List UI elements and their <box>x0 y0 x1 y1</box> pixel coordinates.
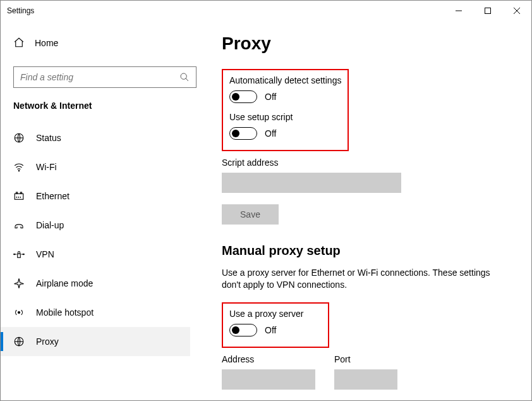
port-label: Port <box>334 354 397 364</box>
main-content: Proxy Automatically detect settings Off … <box>203 21 531 400</box>
svg-rect-1 <box>485 8 491 14</box>
auto-detect-toggle[interactable] <box>229 90 257 103</box>
nav-item-proxy[interactable]: Proxy <box>1 327 190 356</box>
svg-line-5 <box>186 78 188 81</box>
highlight-box-proxy: Use a proxy server Off <box>222 302 329 348</box>
script-address-input[interactable] <box>222 173 401 193</box>
minimize-button[interactable] <box>444 1 473 21</box>
search-icon <box>179 72 190 85</box>
svg-rect-9 <box>15 194 23 199</box>
proxy-icon <box>13 336 25 347</box>
nav-label: Status <box>36 133 61 143</box>
use-script-toggle[interactable] <box>229 127 257 140</box>
svg-point-4 <box>181 73 186 79</box>
home-icon <box>13 37 25 50</box>
nav-label: Proxy <box>36 336 59 347</box>
search-input[interactable] <box>20 72 174 82</box>
highlight-box-auto: Automatically detect settings Off Use se… <box>222 69 349 151</box>
svg-point-16 <box>14 254 15 255</box>
nav-item-wifi[interactable]: Wi-Fi <box>1 152 190 182</box>
home-link[interactable]: Home <box>13 32 190 54</box>
nav-item-airplane[interactable]: Airplane mode <box>1 269 190 298</box>
vpn-icon <box>13 249 25 260</box>
maximize-button[interactable] <box>473 1 502 21</box>
nav-label: Wi-Fi <box>36 162 57 172</box>
use-script-label: Use setup script <box>229 112 341 122</box>
sidebar: Home Network & Internet Status Wi-Fi <box>1 21 203 400</box>
nav-item-vpn[interactable]: VPN <box>1 240 190 269</box>
address-label: Address <box>222 354 315 364</box>
nav-label: Dial-up <box>36 220 64 230</box>
use-proxy-toggle[interactable] <box>229 324 257 336</box>
svg-point-18 <box>18 312 20 314</box>
svg-point-8 <box>18 170 20 171</box>
dialup-icon <box>13 219 25 231</box>
nav-item-dialup[interactable]: Dial-up <box>1 211 190 240</box>
use-script-state: Off <box>265 128 276 139</box>
nav-item-ethernet[interactable]: Ethernet <box>1 182 190 211</box>
ethernet-icon <box>13 190 25 202</box>
port-input[interactable] <box>334 369 397 390</box>
manual-help-text: Use a proxy server for Ethernet or Wi-Fi… <box>222 267 500 291</box>
svg-point-17 <box>23 254 25 255</box>
svg-rect-10 <box>16 192 18 194</box>
script-address-label: Script address <box>222 157 506 168</box>
address-input[interactable] <box>222 369 315 390</box>
close-button[interactable] <box>502 1 531 21</box>
nav-label: Airplane mode <box>36 278 93 288</box>
nav-label: VPN <box>36 249 54 259</box>
window-controls <box>444 1 531 21</box>
use-proxy-label: Use a proxy server <box>229 309 322 319</box>
titlebar: Settings <box>1 1 531 21</box>
svg-rect-15 <box>18 254 21 257</box>
wifi-icon <box>13 161 25 173</box>
auto-detect-label: Automatically detect settings <box>229 75 341 85</box>
home-label: Home <box>35 38 58 48</box>
nav-label: Ethernet <box>36 191 70 201</box>
hotspot-icon <box>13 307 25 318</box>
nav-list: Status Wi-Fi Ethernet Dial-up VPN <box>1 123 190 356</box>
nav-label: Mobile hotspot <box>36 307 94 318</box>
auto-detect-state: Off <box>265 92 276 102</box>
category-title: Network & Internet <box>13 101 190 111</box>
svg-rect-11 <box>20 192 21 194</box>
status-icon <box>13 132 25 144</box>
use-proxy-state: Off <box>265 325 276 335</box>
save-button[interactable]: Save <box>222 204 279 225</box>
manual-heading: Manual proxy setup <box>222 244 506 258</box>
airplane-icon <box>13 278 25 289</box>
window-title: Settings <box>7 6 34 15</box>
nav-item-hotspot[interactable]: Mobile hotspot <box>1 298 190 327</box>
nav-item-status[interactable]: Status <box>1 123 190 152</box>
search-box[interactable] <box>13 66 196 88</box>
page-title: Proxy <box>222 34 506 54</box>
